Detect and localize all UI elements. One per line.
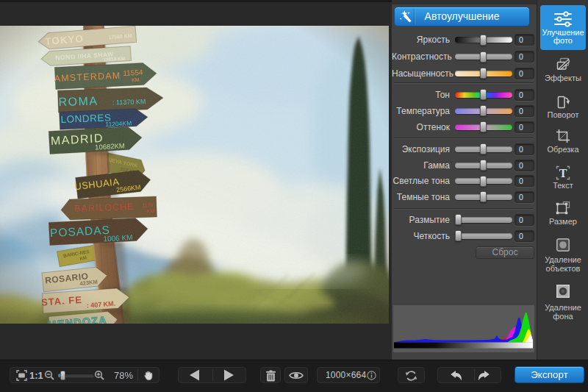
- svg-text:T: T: [559, 167, 567, 179]
